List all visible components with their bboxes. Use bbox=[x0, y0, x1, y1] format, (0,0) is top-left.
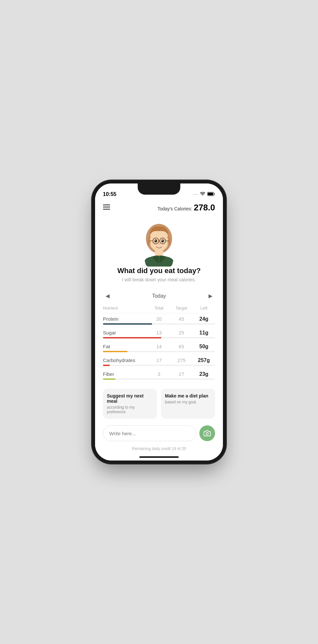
nutrient-row: Protein 20 45 24g bbox=[103, 313, 215, 325]
nutrient-target-4: 27 bbox=[170, 371, 192, 377]
svg-point-20 bbox=[155, 240, 155, 241]
calories-display: Today's Calories: 278.0 bbox=[157, 203, 215, 213]
chat-input[interactable] bbox=[103, 425, 196, 441]
phone-frame: 10:55 ···· bbox=[95, 183, 223, 461]
svg-rect-1 bbox=[208, 193, 213, 195]
header-target: Target bbox=[170, 306, 192, 311]
nutrient-total-1: 13 bbox=[148, 330, 170, 336]
nutrient-row: Carbohydrates 17 275 257g bbox=[103, 355, 215, 366]
avatar-image bbox=[138, 221, 180, 267]
progress-bar-container-0 bbox=[103, 323, 215, 325]
nutrient-name-4: Fiber bbox=[103, 371, 148, 377]
nutrient-data-4: Fiber 3 27 23g bbox=[103, 369, 215, 378]
nutrient-total-0: 20 bbox=[148, 316, 170, 322]
progress-bar-2 bbox=[103, 351, 128, 352]
status-time: 10:55 bbox=[103, 191, 116, 197]
svg-point-22 bbox=[158, 244, 160, 245]
svg-rect-2 bbox=[103, 204, 110, 205]
daily-credit: Remaining daily credit 19 of 20 bbox=[95, 445, 223, 456]
header: Today's Calories: 278.0 bbox=[103, 200, 215, 218]
nutrients-table: Nutrient Total Target Left Protein 20 45… bbox=[103, 304, 215, 380]
nutrient-name-2: Fat bbox=[103, 344, 148, 350]
nutrient-total-4: 3 bbox=[148, 371, 170, 377]
progress-bar-0 bbox=[103, 323, 152, 325]
nutrient-data-2: Fat 14 65 50g bbox=[103, 341, 215, 351]
diet-plan-subtitle: based on my goal bbox=[165, 400, 211, 404]
header-left: Left bbox=[193, 306, 215, 311]
nutrient-name-1: Sugar bbox=[103, 330, 148, 336]
input-area bbox=[95, 423, 223, 445]
svg-point-18 bbox=[154, 240, 157, 243]
wifi-icon bbox=[200, 191, 205, 197]
prev-date-button[interactable]: ◀ bbox=[103, 291, 112, 300]
nutrient-data-0: Protein 20 45 24g bbox=[103, 313, 215, 323]
progress-bar-container-4 bbox=[103, 378, 215, 380]
progress-bar-3 bbox=[103, 365, 110, 366]
main-content: Today's Calories: 278.0 bbox=[95, 200, 223, 385]
main-title: What did you eat today? bbox=[117, 267, 201, 275]
svg-point-24 bbox=[206, 433, 209, 435]
signal-icon: ···· bbox=[193, 193, 198, 196]
menu-button[interactable] bbox=[103, 204, 110, 211]
suggest-meal-title: Suggest my next meal bbox=[107, 393, 153, 404]
progress-bar-container-3 bbox=[103, 365, 215, 366]
svg-point-21 bbox=[162, 240, 162, 241]
suggest-meal-card[interactable]: Suggest my next meal according to my pre… bbox=[103, 389, 157, 419]
camera-button[interactable] bbox=[199, 425, 215, 441]
nutrient-left-2: 50g bbox=[193, 344, 215, 350]
header-total: Total bbox=[148, 306, 170, 311]
suggest-meal-subtitle: according to my preference bbox=[107, 405, 153, 414]
svg-point-19 bbox=[161, 240, 164, 243]
progress-bar-4 bbox=[103, 378, 115, 380]
main-subtitle: I will break down your meal calories. bbox=[122, 277, 196, 282]
date-nav: ◀ Today ▶ bbox=[103, 288, 215, 304]
date-label: Today bbox=[152, 293, 166, 299]
next-date-button[interactable]: ▶ bbox=[206, 291, 215, 300]
nutrient-left-3: 257g bbox=[193, 357, 215, 363]
nutrient-row: Sugar 13 25 11g bbox=[103, 327, 215, 338]
status-icons: ···· bbox=[193, 191, 215, 197]
header-nutrient: Nutrient bbox=[103, 306, 148, 311]
avatar-section: What did you eat today? I will break dow… bbox=[103, 218, 215, 288]
battery-icon bbox=[207, 191, 215, 197]
progress-bar-container-1 bbox=[103, 337, 215, 338]
nutrient-left-4: 23g bbox=[193, 371, 215, 377]
nutrient-target-2: 65 bbox=[170, 344, 192, 350]
nutrient-left-0: 24g bbox=[193, 316, 215, 322]
progress-bar-container-2 bbox=[103, 351, 215, 352]
nutrient-total-2: 14 bbox=[148, 344, 170, 350]
nutrient-name-0: Protein bbox=[103, 316, 148, 322]
svg-rect-3 bbox=[103, 206, 110, 207]
nutrient-target-3: 275 bbox=[170, 357, 192, 363]
nutrient-name-3: Carbohydrates bbox=[103, 357, 148, 363]
nutrient-row: Fiber 3 27 23g bbox=[103, 369, 215, 380]
nutrient-target-1: 25 bbox=[170, 330, 192, 336]
nutrient-data-1: Sugar 13 25 11g bbox=[103, 327, 215, 337]
nutrients-header: Nutrient Total Target Left bbox=[103, 304, 215, 313]
diet-plan-title: Make me a diet plan bbox=[165, 393, 211, 398]
home-indicator bbox=[139, 456, 179, 458]
svg-rect-4 bbox=[103, 209, 110, 210]
suggestion-cards: Suggest my next meal according to my pre… bbox=[95, 385, 223, 423]
calories-value: 278.0 bbox=[194, 203, 215, 212]
nutrient-rows: Protein 20 45 24g Sugar 13 25 11g Fat 14 bbox=[103, 313, 215, 380]
nutrient-total-3: 17 bbox=[148, 357, 170, 363]
calories-label: Today's Calories: bbox=[157, 206, 192, 211]
diet-plan-card[interactable]: Make me a diet plan based on my goal bbox=[161, 389, 215, 419]
nutrient-row: Fat 14 65 50g bbox=[103, 341, 215, 352]
progress-bar-1 bbox=[103, 337, 161, 338]
nutrient-left-1: 11g bbox=[193, 330, 215, 336]
nutrient-target-0: 45 bbox=[170, 316, 192, 322]
phone-screen: 10:55 ···· bbox=[95, 183, 223, 461]
nutrient-data-3: Carbohydrates 17 275 257g bbox=[103, 355, 215, 365]
notch bbox=[138, 183, 180, 195]
